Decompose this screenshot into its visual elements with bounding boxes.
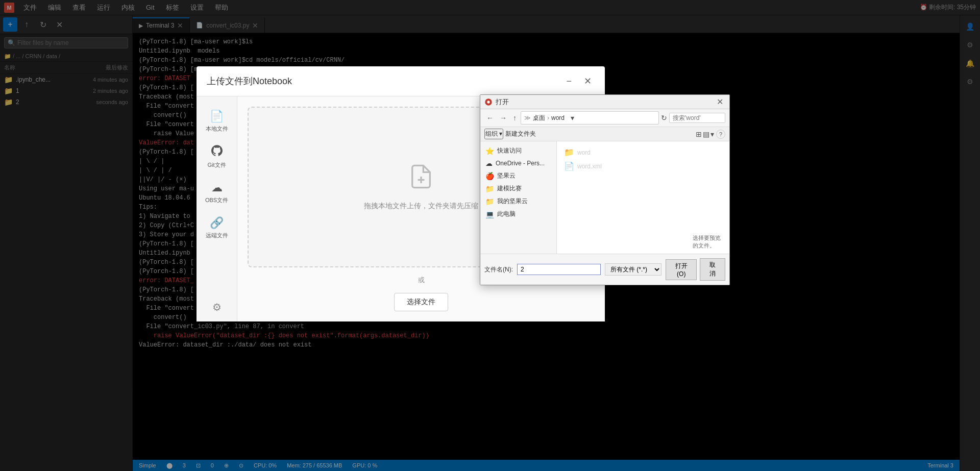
fo-body: ⭐ 快速访问 ☁ OneDrive - Pers... 🍎 坚果云 📁 建模比赛… (480, 141, 729, 254)
fo-close-btn[interactable]: ✕ (715, 97, 725, 107)
fo-help-btn[interactable]: ? (716, 130, 725, 139)
nav-git-label: Git文件 (207, 161, 226, 169)
fo-grid-view-btn[interactable]: ⊞ (696, 130, 702, 138)
modeling-icon: 📁 (485, 185, 494, 193)
onedrive-label: OneDrive - Pers... (496, 160, 545, 167)
fo-view-btns: ⊞ ▤ ▾ (696, 130, 714, 138)
myjianguo-label: 我的坚果云 (497, 197, 528, 206)
nav-local-label: 本地文件 (206, 125, 228, 133)
file-open-dialog: 打开 ✕ ← → ↑ ≫ 桌面 › word ▾ ↻ 组织 ▾ 新建文件夹 ⊞ … (480, 94, 730, 285)
fo-details-view-btn[interactable]: ▾ (710, 130, 714, 138)
fo-path-desktop[interactable]: 桌面 (533, 114, 545, 122)
fo-path-prefix: ≫ (524, 114, 531, 121)
nav-local-file[interactable]: 📄 本地文件 (199, 105, 235, 138)
thispc-icon: 💻 (485, 210, 494, 218)
jianguo-label: 坚果云 (497, 171, 516, 180)
fo-file-word-folder[interactable]: 📁 word (561, 145, 684, 159)
drop-file-icon (408, 163, 434, 195)
fo-sidebar: ⭐ 快速访问 ☁ OneDrive - Pers... 🍎 坚果云 📁 建模比赛… (480, 141, 557, 254)
fo-hint-text: 选择要预览的文件。 (693, 234, 725, 250)
word-folder-name: word (577, 149, 591, 156)
dialog-header-btns: − ✕ (563, 75, 595, 88)
fo-sidebar-myjianguo[interactable]: 📁 我的坚果云 (480, 195, 556, 208)
svg-point-3 (487, 101, 489, 103)
fo-sidebar-jianguoyun[interactable]: 🍎 坚果云 (480, 169, 556, 182)
remote-icon: 🔗 (210, 216, 224, 230)
fo-action-btns: 打开(O) 取消 (666, 258, 725, 281)
fo-footer: 文件名(N): 所有文件 (*.*) 打开(O) 取消 (480, 254, 729, 285)
quickaccess-icon: ⭐ (485, 147, 494, 155)
fo-sidebar-thispc[interactable]: 💻 此电脑 (480, 208, 556, 220)
fo-header: 打开 ✕ (480, 95, 729, 109)
git-icon (211, 145, 223, 159)
or-text: 或 (418, 276, 425, 285)
drop-text: 拖拽本地文件上传，文件夹请先压缩 (364, 202, 478, 211)
dialog-minimize-btn[interactable]: − (563, 75, 575, 88)
word-xml-icon: 📄 (564, 161, 574, 171)
fo-sidebar-quickaccess[interactable]: ⭐ 快速访问 (480, 144, 556, 157)
fo-toolbar: ← → ↑ ≫ 桌面 › word ▾ ↻ (480, 109, 729, 127)
fo-path-sep1: › (547, 114, 549, 121)
upload-dialog-title: 上传文件到Notebook (207, 75, 292, 87)
fo-sidebar-modeling[interactable]: 📁 建模比赛 (480, 182, 556, 195)
obs-icon: ☁ (211, 181, 223, 194)
fo-forward-btn[interactable]: → (498, 113, 509, 123)
myjianguo-icon: 📁 (485, 197, 494, 206)
nav-git-file[interactable]: Git文件 (199, 140, 235, 174)
onedrive-icon: ☁ (485, 159, 493, 167)
fo-title: 打开 (484, 97, 509, 107)
fo-toolbar2: 组织 ▾ 新建文件夹 ⊞ ▤ ▾ ? (480, 127, 729, 141)
fo-filename-label: 文件名(N): (484, 265, 513, 274)
fo-path-bar: ≫ 桌面 › word ▾ (521, 111, 659, 125)
fo-sidebar-onedrive[interactable]: ☁ OneDrive - Pers... (480, 157, 556, 169)
word-folder-icon: 📁 (564, 147, 574, 157)
fo-cancel-btn[interactable]: 取消 (700, 258, 725, 281)
dialog-overlay: 上传文件到Notebook − ✕ 📄 本地文件 Git文件 ☁ (0, 0, 980, 471)
fo-list-view-btn[interactable]: ▤ (703, 130, 709, 138)
fo-file-area: 📁 word 📄 word.xml (557, 141, 689, 254)
fo-refresh-btn[interactable]: ↻ (661, 114, 667, 122)
modeling-label: 建模比赛 (497, 184, 522, 193)
word-xml-name: word.xml (577, 163, 602, 170)
fo-path-dropdown[interactable]: ▾ (569, 113, 576, 123)
fo-filetype-select[interactable]: 所有文件 (*.*) (605, 263, 662, 276)
upload-settings-btn[interactable]: ⚙ (212, 301, 222, 313)
fo-right-hint: 选择要预览的文件。 (689, 141, 729, 254)
fo-org-btn[interactable]: 组织 ▾ (484, 129, 503, 139)
fo-file-word-xml[interactable]: 📄 word.xml (561, 159, 684, 173)
select-file-btn[interactable]: 选择文件 (394, 293, 448, 311)
upload-left-nav: 📄 本地文件 Git文件 ☁ OBS文件 🔗 远端文件 (197, 96, 237, 321)
fo-open-btn[interactable]: 打开(O) (666, 259, 697, 280)
nav-obs-label: OBS文件 (205, 196, 228, 204)
dialog-close-btn[interactable]: ✕ (581, 75, 595, 88)
fo-up-btn[interactable]: ↑ (511, 113, 519, 123)
fo-path-word[interactable]: word (551, 114, 565, 121)
local-file-icon: 📄 (210, 110, 224, 123)
thispc-label: 此电脑 (497, 210, 516, 218)
nav-obs-file[interactable]: ☁ OBS文件 (199, 176, 235, 209)
upload-dialog-header: 上传文件到Notebook − ✕ (197, 66, 605, 96)
quickaccess-label: 快速访问 (497, 146, 522, 155)
jianguo-icon: 🍎 (485, 172, 494, 180)
fo-filename-input[interactable] (517, 264, 601, 275)
nav-remote-label: 远端文件 (206, 232, 228, 239)
fo-new-folder-btn[interactable]: 新建文件夹 (505, 130, 536, 138)
nav-remote-file[interactable]: 🔗 远端文件 (199, 211, 235, 244)
fo-back-btn[interactable]: ← (484, 113, 496, 123)
fo-title-text: 打开 (496, 97, 509, 107)
fo-search-input[interactable] (669, 113, 725, 123)
